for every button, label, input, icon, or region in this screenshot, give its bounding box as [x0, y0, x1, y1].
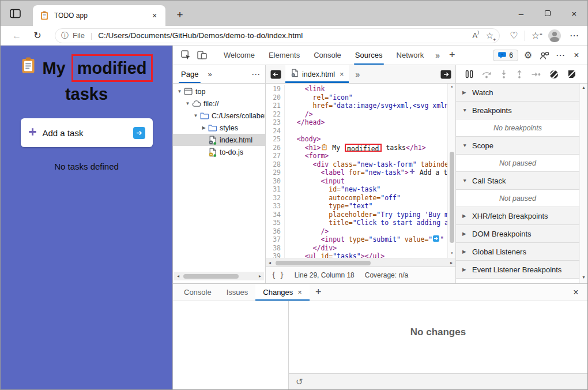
- tree-item-index-html[interactable]: index.html: [173, 134, 265, 146]
- scroll-up-icon[interactable]: ▴: [448, 84, 455, 91]
- window-maximize-button[interactable]: [534, 1, 561, 26]
- code-line-29[interactable]: 29 <label for="new-task"> Add a ta: [266, 168, 447, 177]
- code-line-21[interactable]: 21 href="data:image/svg+xml,<svg xmlns: [266, 102, 447, 110]
- code-line-31[interactable]: 31 id="new-task": [266, 185, 447, 194]
- feedback-icon[interactable]: [538, 49, 551, 62]
- add-task-field[interactable]: Add a task: [21, 118, 153, 147]
- step-icon[interactable]: [532, 72, 541, 77]
- step-over-icon[interactable]: [482, 70, 492, 78]
- add-devtools-tab-icon[interactable]: +: [444, 49, 460, 61]
- code-line-34[interactable]: 34 placeholder="Try typing 'Buy mi: [266, 211, 447, 219]
- tree-item-styles-folder[interactable]: ▶ styles: [173, 122, 265, 134]
- line-number[interactable]: 27: [266, 152, 285, 160]
- line-number[interactable]: 28: [266, 160, 285, 169]
- refresh-icon[interactable]: ↻: [29, 28, 46, 43]
- navigator-tab-page[interactable]: Page: [178, 65, 202, 83]
- expander-icon[interactable]: ▶: [200, 125, 208, 130]
- scroll-left-icon[interactable]: ◂: [266, 260, 274, 265]
- copilot-badge-button[interactable]: 6: [493, 50, 518, 61]
- editor-horizontal-scrollbar[interactable]: ◂ ▸: [266, 258, 455, 267]
- window-close-button[interactable]: ×: [561, 1, 587, 26]
- code-line-30[interactable]: 30 <input: [266, 177, 447, 186]
- scrollbar-thumb[interactable]: [183, 274, 239, 279]
- more-tabs-icon[interactable]: »: [431, 51, 444, 60]
- devtools-menu-icon[interactable]: ⋯: [554, 49, 567, 62]
- deactivate-breakpoints-icon[interactable]: [549, 70, 559, 79]
- browser-essentials-icon[interactable]: ♡: [510, 30, 518, 41]
- navigator-menu-icon[interactable]: ⋯: [251, 69, 261, 80]
- code-line-22[interactable]: 22 />: [266, 110, 447, 119]
- editor-vertical-scrollbar[interactable]: ▴ ▾: [447, 84, 455, 258]
- add-drawer-tab-icon[interactable]: +: [310, 286, 327, 298]
- sidebar-section-xhr-fetch-breakpoints[interactable]: ▶XHR/fetch Breakpoints: [456, 207, 579, 225]
- add-favorite-icon[interactable]: ☆+: [486, 31, 493, 41]
- line-number[interactable]: 29: [266, 168, 285, 177]
- scroll-down-icon[interactable]: ▾: [580, 275, 587, 282]
- line-number[interactable]: 38: [266, 244, 285, 253]
- editor-more-tabs-icon[interactable]: »: [356, 70, 360, 79]
- drawer-tab-changes[interactable]: Changes ×: [255, 284, 310, 301]
- step-into-icon[interactable]: [500, 70, 507, 78]
- settings-gear-icon[interactable]: ⚙: [522, 49, 534, 62]
- address-bar[interactable]: ⓘ File | C:/Users/Documents/GitHub/Demos…: [55, 28, 500, 43]
- scrollbar-thumb[interactable]: [276, 261, 371, 265]
- line-number[interactable]: 34: [266, 211, 285, 219]
- profile-avatar[interactable]: [548, 29, 561, 42]
- devtools-close-icon[interactable]: ×: [570, 49, 583, 62]
- expander-icon[interactable]: ▼: [176, 89, 183, 94]
- sidebar-section-scope[interactable]: ▼Scope: [456, 137, 579, 155]
- drawer-tab-close-icon[interactable]: ×: [297, 288, 302, 297]
- sidebar-vertical-scrollbar[interactable]: ▴ ▾: [579, 84, 587, 283]
- tree-item-to-do-js[interactable]: to-do.js: [173, 146, 265, 158]
- submit-task-button[interactable]: [133, 127, 145, 139]
- editor-tab-index-html[interactable]: index.html ×: [285, 65, 349, 83]
- revert-changes-icon[interactable]: ↺: [296, 377, 303, 387]
- code-line-19[interactable]: 19 <link: [266, 85, 447, 93]
- code-line-37[interactable]: 37 <input type="submit" value="" /: [266, 235, 447, 244]
- line-number[interactable]: 26: [266, 144, 285, 152]
- open-file-icon[interactable]: [439, 69, 452, 80]
- step-out-icon[interactable]: [516, 70, 523, 78]
- sidebar-section-event-listener-breakpoints[interactable]: ▶Event Listener Breakpoints: [456, 261, 579, 279]
- line-number[interactable]: 37: [266, 235, 285, 244]
- line-number[interactable]: 23: [266, 118, 285, 127]
- hide-navigator-icon[interactable]: [269, 69, 282, 80]
- line-number[interactable]: 21: [266, 102, 285, 110]
- tab-close-icon[interactable]: ×: [149, 10, 160, 21]
- tab-welcome[interactable]: Welcome: [217, 46, 262, 65]
- code-line-28[interactable]: 28 <div class="new-task-form" tabindex: [266, 160, 447, 169]
- line-number[interactable]: 25: [266, 135, 285, 144]
- tab-elements[interactable]: Elements: [262, 46, 307, 65]
- code-line-23[interactable]: 23 </head>: [266, 118, 447, 127]
- new-tab-button[interactable]: +: [172, 7, 187, 22]
- code-line-32[interactable]: 32 autocomplete="off": [266, 194, 447, 202]
- sidebar-section-watch[interactable]: ▶Watch: [456, 84, 579, 102]
- scroll-right-icon[interactable]: ▸: [447, 260, 455, 265]
- line-number[interactable]: 20: [266, 93, 285, 102]
- tab-console[interactable]: Console: [307, 46, 348, 65]
- code-line-33[interactable]: 33 type="text": [266, 202, 447, 211]
- window-minimize-button[interactable]: –: [508, 1, 534, 26]
- code-line-39[interactable]: 39 <ul id="tasks"></ul>: [266, 252, 447, 258]
- line-number[interactable]: 33: [266, 202, 285, 211]
- tree-item-top[interactable]: ▼ top: [173, 85, 265, 97]
- pause-script-icon[interactable]: [465, 70, 473, 78]
- tab-sources[interactable]: Sources: [348, 46, 390, 65]
- editor-tab-close-icon[interactable]: ×: [340, 70, 344, 78]
- code-line-36[interactable]: 36 />: [266, 227, 447, 236]
- drawer-tab-issues[interactable]: Issues: [219, 284, 256, 301]
- code-line-27[interactable]: 27 <form>: [266, 152, 447, 160]
- code-line-26[interactable]: 26 <h1> My modified tasks</h1>: [266, 144, 447, 152]
- sidebar-section-global-listeners[interactable]: ▶Global Listeners: [456, 243, 579, 261]
- line-number[interactable]: 35: [266, 219, 285, 227]
- tab-actions-icon[interactable]: [8, 7, 22, 20]
- code-editor[interactable]: 19 <link20 rel="icon"21 href="data:image…: [266, 84, 455, 258]
- pause-on-exceptions-icon[interactable]: [567, 70, 576, 78]
- site-info-icon[interactable]: ⓘ: [61, 31, 69, 41]
- inspect-element-icon[interactable]: [179, 48, 193, 62]
- sidebar-section-dom-breakpoints[interactable]: ▶DOM Breakpoints: [456, 225, 579, 243]
- expander-icon[interactable]: ▼: [192, 113, 199, 118]
- expander-icon[interactable]: ▼: [184, 101, 191, 106]
- sidebar-section-call-stack[interactable]: ▼Call Stack: [456, 172, 579, 190]
- drawer-tab-console[interactable]: Console: [176, 284, 219, 301]
